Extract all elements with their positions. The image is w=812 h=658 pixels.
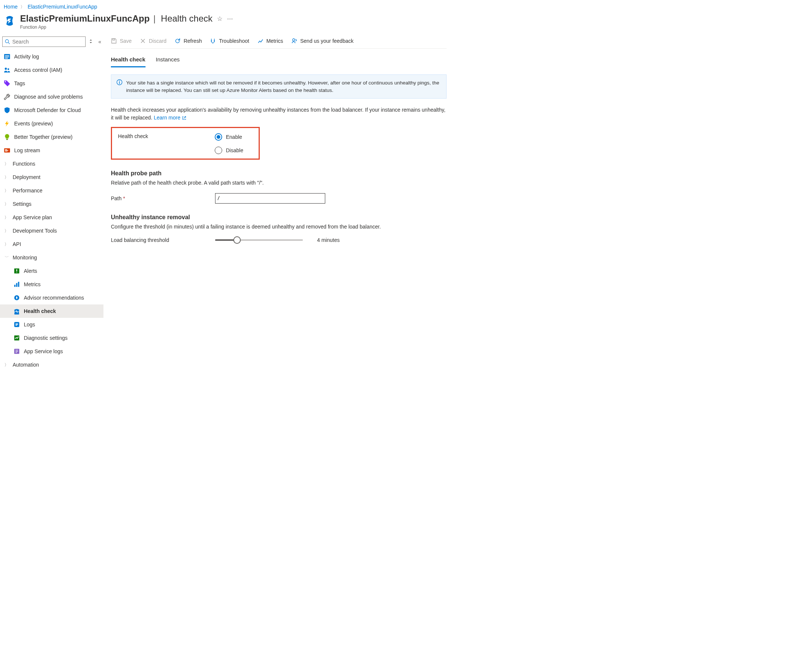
people-icon — [4, 67, 10, 73]
nav-label: Monitoring — [13, 255, 37, 260]
threshold-label: Load balancing threshold — [111, 237, 215, 243]
sidebar-group-settings[interactable]: 〉Settings — [0, 197, 103, 211]
sidebar-item-alerts[interactable]: Alerts — [0, 264, 103, 277]
advisor-icon — [13, 295, 20, 301]
tab-instances[interactable]: Instances — [156, 54, 180, 67]
sidebar-item-health-check[interactable]: Health check — [0, 304, 103, 318]
svg-line-1 — [8, 42, 10, 44]
svg-rect-3 — [5, 55, 9, 56]
svg-point-8 — [5, 81, 6, 82]
sidebar-item-events[interactable]: Events (preview) — [0, 117, 103, 130]
radio-disable[interactable]: Disable — [215, 147, 243, 154]
nav-label: Development Tools — [13, 228, 57, 234]
tab-health-check[interactable]: Health check — [111, 54, 146, 67]
sidebar-group-deployment[interactable]: 〉Deployment — [0, 171, 103, 184]
page-header: ElasticPremiumLinuxFuncApp | Health chec… — [0, 12, 454, 36]
nav-label: Tags — [14, 80, 25, 86]
nav-label: Logs — [24, 321, 35, 327]
feedback-icon — [291, 38, 297, 44]
nav-label: Microsoft Defender for Cloud — [14, 107, 81, 113]
sidebar-item-diagnostic-settings[interactable]: Diagnostic settings — [0, 331, 103, 345]
path-input[interactable] — [215, 193, 325, 204]
tabs: Health check Instances — [111, 54, 447, 68]
sidebar-item-app-service-logs[interactable]: App Service logs — [0, 345, 103, 358]
sidebar-group-automation[interactable]: 〉Automation — [0, 358, 103, 371]
chevron-right-icon: 〉 — [4, 201, 9, 207]
chevron-right-icon: 〉 — [4, 215, 9, 220]
nav-label: Access control (IAM) — [14, 67, 62, 73]
command-bar: Save Discard Refresh Troubleshoot Metric… — [111, 36, 447, 49]
chart-icon — [258, 38, 263, 44]
save-button[interactable]: Save — [111, 38, 132, 44]
svg-point-0 — [5, 39, 9, 43]
refresh-icon — [175, 38, 180, 44]
sidebar-item-iam[interactable]: Access control (IAM) — [0, 63, 103, 77]
sidebar-item-defender[interactable]: Microsoft Defender for Cloud — [0, 103, 103, 117]
metrics-button[interactable]: Metrics — [258, 38, 283, 44]
close-icon — [140, 38, 146, 44]
nav-label: Activity log — [14, 53, 39, 60]
radio-unchecked-icon — [215, 147, 222, 154]
sidebar-group-api[interactable]: 〉API — [0, 237, 103, 251]
external-link-icon — [182, 116, 186, 120]
nav-label: Diagnostic settings — [24, 335, 68, 341]
sidebar: « Activity log Access control (IAM) Tags… — [0, 36, 103, 371]
sidebar-group-dev-tools[interactable]: 〉Development Tools — [0, 224, 103, 237]
radio-checked-icon — [215, 133, 222, 141]
lightning-icon — [4, 120, 10, 127]
activity-log-icon — [4, 53, 10, 60]
svg-rect-4 — [5, 56, 9, 57]
chevron-right-icon: 〉 — [20, 4, 25, 10]
troubleshoot-icon — [210, 38, 216, 44]
sidebar-group-performance[interactable]: 〉Performance — [0, 184, 103, 197]
chevron-right-icon: 〉 — [4, 241, 9, 247]
chevron-right-icon: 〉 — [4, 228, 9, 234]
feedback-button[interactable]: Send us your feedback — [291, 38, 354, 44]
sidebar-item-diagnose[interactable]: Diagnose and solve problems — [0, 90, 103, 103]
content-area: Save Discard Refresh Troubleshoot Metric… — [103, 36, 454, 371]
tag-icon — [4, 80, 10, 87]
collapse-sidebar-icon[interactable]: « — [98, 39, 101, 45]
info-icon — [116, 79, 122, 94]
sidebar-item-better-together[interactable]: Better Together (preview) — [0, 130, 103, 144]
discard-button[interactable]: Discard — [140, 38, 166, 44]
info-banner: Your site has a single instance which wi… — [111, 74, 447, 99]
threshold-slider[interactable] — [215, 239, 303, 241]
nav-label: Better Together (preview) — [14, 134, 73, 140]
sidebar-group-app-service-plan[interactable]: 〉App Service plan — [0, 211, 103, 224]
svg-rect-19 — [113, 39, 114, 40]
sidebar-group-monitoring[interactable]: 〉Monitoring — [0, 251, 103, 264]
sidebar-group-functions[interactable]: 〉Functions — [0, 157, 103, 171]
svg-point-6 — [5, 68, 7, 70]
sidebar-search[interactable] — [2, 36, 86, 47]
slider-thumb-icon[interactable] — [233, 237, 241, 244]
nav-label: Health check — [24, 308, 56, 314]
breadcrumb-current[interactable]: ElasticPremiumLinuxFuncApp — [28, 4, 97, 10]
svg-rect-12 — [14, 285, 15, 287]
health-check-label: Health check — [118, 133, 215, 139]
sidebar-item-log-stream[interactable]: Log stream — [0, 144, 103, 157]
sidebar-item-tags[interactable]: Tags — [0, 77, 103, 90]
sidebar-item-logs[interactable]: Logs — [0, 318, 103, 331]
sidebar-item-advisor[interactable]: Advisor recommendations — [0, 291, 103, 304]
diagnostic-icon — [13, 335, 20, 341]
svg-rect-25 — [119, 82, 120, 84]
more-menu-icon[interactable]: ⋯ — [227, 15, 233, 22]
svg-point-21 — [214, 41, 215, 42]
sidebar-item-activity-log[interactable]: Activity log — [0, 50, 103, 63]
search-input[interactable] — [12, 39, 83, 45]
logs-icon — [13, 321, 20, 328]
learn-more-link[interactable]: Learn more — [154, 114, 186, 122]
sidebar-item-metrics[interactable]: Metrics — [0, 277, 103, 291]
description-text: Health check increases your application'… — [111, 106, 447, 122]
favorite-star-icon[interactable]: ☆ — [217, 15, 222, 23]
sort-toggle-icon[interactable] — [89, 39, 93, 45]
log-stream-icon — [4, 147, 10, 154]
refresh-button[interactable]: Refresh — [175, 38, 202, 44]
troubleshoot-button[interactable]: Troubleshoot — [210, 38, 249, 44]
radio-enable[interactable]: Enable — [215, 133, 243, 141]
breadcrumb-home[interactable]: Home — [4, 4, 17, 10]
nav-label: Events (preview) — [14, 121, 53, 127]
nav-label: API — [13, 241, 21, 247]
probe-desc: Relative path of the health check probe.… — [111, 180, 447, 186]
